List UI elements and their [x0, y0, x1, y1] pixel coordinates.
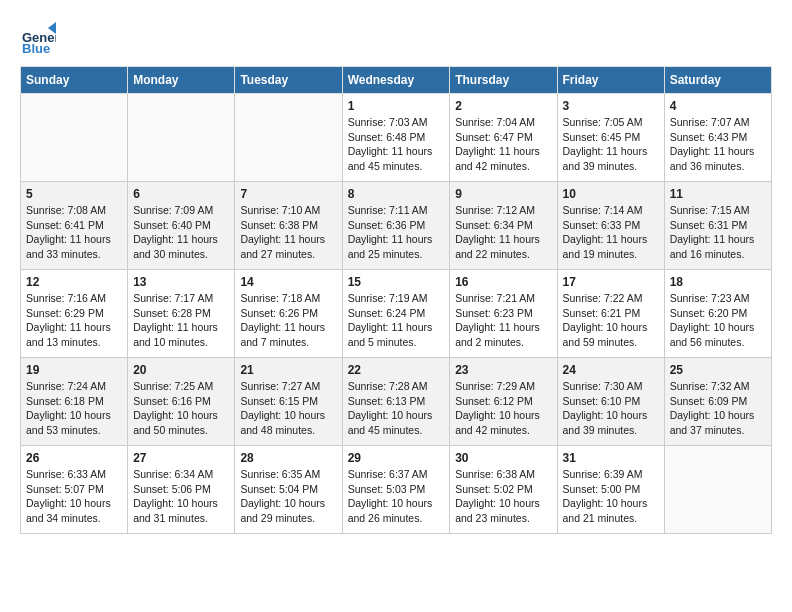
day-info: Sunrise: 7:05 AM Sunset: 6:45 PM Dayligh… — [563, 115, 659, 174]
day-info: Sunrise: 7:24 AM Sunset: 6:18 PM Dayligh… — [26, 379, 122, 438]
day-info: Sunrise: 6:38 AM Sunset: 5:02 PM Dayligh… — [455, 467, 551, 526]
calendar-week-5: 26Sunrise: 6:33 AM Sunset: 5:07 PM Dayli… — [21, 446, 772, 534]
day-number: 6 — [133, 187, 229, 201]
calendar-cell: 21Sunrise: 7:27 AM Sunset: 6:15 PM Dayli… — [235, 358, 342, 446]
calendar-cell: 18Sunrise: 7:23 AM Sunset: 6:20 PM Dayli… — [664, 270, 771, 358]
day-info: Sunrise: 6:33 AM Sunset: 5:07 PM Dayligh… — [26, 467, 122, 526]
day-info: Sunrise: 7:10 AM Sunset: 6:38 PM Dayligh… — [240, 203, 336, 262]
calendar-cell: 15Sunrise: 7:19 AM Sunset: 6:24 PM Dayli… — [342, 270, 450, 358]
calendar-week-2: 5Sunrise: 7:08 AM Sunset: 6:41 PM Daylig… — [21, 182, 772, 270]
day-info: Sunrise: 7:11 AM Sunset: 6:36 PM Dayligh… — [348, 203, 445, 262]
day-info: Sunrise: 7:07 AM Sunset: 6:43 PM Dayligh… — [670, 115, 766, 174]
day-info: Sunrise: 7:23 AM Sunset: 6:20 PM Dayligh… — [670, 291, 766, 350]
calendar-cell — [21, 94, 128, 182]
calendar-cell: 16Sunrise: 7:21 AM Sunset: 6:23 PM Dayli… — [450, 270, 557, 358]
day-number: 8 — [348, 187, 445, 201]
calendar-cell: 3Sunrise: 7:05 AM Sunset: 6:45 PM Daylig… — [557, 94, 664, 182]
day-number: 1 — [348, 99, 445, 113]
day-number: 25 — [670, 363, 766, 377]
day-number: 16 — [455, 275, 551, 289]
day-info: Sunrise: 7:25 AM Sunset: 6:16 PM Dayligh… — [133, 379, 229, 438]
day-info: Sunrise: 7:03 AM Sunset: 6:48 PM Dayligh… — [348, 115, 445, 174]
weekday-header-friday: Friday — [557, 67, 664, 94]
calendar-week-1: 1Sunrise: 7:03 AM Sunset: 6:48 PM Daylig… — [21, 94, 772, 182]
calendar-cell: 23Sunrise: 7:29 AM Sunset: 6:12 PM Dayli… — [450, 358, 557, 446]
calendar-cell: 26Sunrise: 6:33 AM Sunset: 5:07 PM Dayli… — [21, 446, 128, 534]
day-info: Sunrise: 6:34 AM Sunset: 5:06 PM Dayligh… — [133, 467, 229, 526]
day-info: Sunrise: 7:08 AM Sunset: 6:41 PM Dayligh… — [26, 203, 122, 262]
calendar-cell: 14Sunrise: 7:18 AM Sunset: 6:26 PM Dayli… — [235, 270, 342, 358]
day-info: Sunrise: 7:22 AM Sunset: 6:21 PM Dayligh… — [563, 291, 659, 350]
day-info: Sunrise: 7:32 AM Sunset: 6:09 PM Dayligh… — [670, 379, 766, 438]
day-info: Sunrise: 7:09 AM Sunset: 6:40 PM Dayligh… — [133, 203, 229, 262]
day-info: Sunrise: 7:14 AM Sunset: 6:33 PM Dayligh… — [563, 203, 659, 262]
day-number: 27 — [133, 451, 229, 465]
day-number: 4 — [670, 99, 766, 113]
day-info: Sunrise: 6:37 AM Sunset: 5:03 PM Dayligh… — [348, 467, 445, 526]
day-info: Sunrise: 7:16 AM Sunset: 6:29 PM Dayligh… — [26, 291, 122, 350]
day-info: Sunrise: 7:19 AM Sunset: 6:24 PM Dayligh… — [348, 291, 445, 350]
day-info: Sunrise: 7:30 AM Sunset: 6:10 PM Dayligh… — [563, 379, 659, 438]
weekday-header-row: SundayMondayTuesdayWednesdayThursdayFrid… — [21, 67, 772, 94]
day-number: 30 — [455, 451, 551, 465]
weekday-header-monday: Monday — [128, 67, 235, 94]
calendar-cell — [664, 446, 771, 534]
calendar-cell: 7Sunrise: 7:10 AM Sunset: 6:38 PM Daylig… — [235, 182, 342, 270]
day-number: 24 — [563, 363, 659, 377]
day-number: 10 — [563, 187, 659, 201]
calendar-body: 1Sunrise: 7:03 AM Sunset: 6:48 PM Daylig… — [21, 94, 772, 534]
day-number: 31 — [563, 451, 659, 465]
day-number: 28 — [240, 451, 336, 465]
day-number: 2 — [455, 99, 551, 113]
calendar-cell: 2Sunrise: 7:04 AM Sunset: 6:47 PM Daylig… — [450, 94, 557, 182]
calendar-cell: 29Sunrise: 6:37 AM Sunset: 5:03 PM Dayli… — [342, 446, 450, 534]
day-number: 22 — [348, 363, 445, 377]
calendar-cell: 11Sunrise: 7:15 AM Sunset: 6:31 PM Dayli… — [664, 182, 771, 270]
weekday-header-wednesday: Wednesday — [342, 67, 450, 94]
day-info: Sunrise: 7:04 AM Sunset: 6:47 PM Dayligh… — [455, 115, 551, 174]
calendar-cell: 5Sunrise: 7:08 AM Sunset: 6:41 PM Daylig… — [21, 182, 128, 270]
day-number: 12 — [26, 275, 122, 289]
page-header: General Blue — [20, 20, 772, 56]
day-number: 26 — [26, 451, 122, 465]
day-number: 9 — [455, 187, 551, 201]
calendar-cell: 22Sunrise: 7:28 AM Sunset: 6:13 PM Dayli… — [342, 358, 450, 446]
calendar-cell: 24Sunrise: 7:30 AM Sunset: 6:10 PM Dayli… — [557, 358, 664, 446]
day-number: 23 — [455, 363, 551, 377]
weekday-header-saturday: Saturday — [664, 67, 771, 94]
calendar-cell: 28Sunrise: 6:35 AM Sunset: 5:04 PM Dayli… — [235, 446, 342, 534]
weekday-header-sunday: Sunday — [21, 67, 128, 94]
day-info: Sunrise: 7:17 AM Sunset: 6:28 PM Dayligh… — [133, 291, 229, 350]
calendar-cell: 19Sunrise: 7:24 AM Sunset: 6:18 PM Dayli… — [21, 358, 128, 446]
calendar-cell: 13Sunrise: 7:17 AM Sunset: 6:28 PM Dayli… — [128, 270, 235, 358]
calendar-cell: 6Sunrise: 7:09 AM Sunset: 6:40 PM Daylig… — [128, 182, 235, 270]
calendar-table: SundayMondayTuesdayWednesdayThursdayFrid… — [20, 66, 772, 534]
calendar-cell: 4Sunrise: 7:07 AM Sunset: 6:43 PM Daylig… — [664, 94, 771, 182]
calendar-cell — [235, 94, 342, 182]
calendar-week-4: 19Sunrise: 7:24 AM Sunset: 6:18 PM Dayli… — [21, 358, 772, 446]
calendar-cell — [128, 94, 235, 182]
calendar-cell: 30Sunrise: 6:38 AM Sunset: 5:02 PM Dayli… — [450, 446, 557, 534]
calendar-cell: 20Sunrise: 7:25 AM Sunset: 6:16 PM Dayli… — [128, 358, 235, 446]
weekday-header-tuesday: Tuesday — [235, 67, 342, 94]
day-number: 14 — [240, 275, 336, 289]
day-number: 5 — [26, 187, 122, 201]
day-info: Sunrise: 7:18 AM Sunset: 6:26 PM Dayligh… — [240, 291, 336, 350]
calendar-cell: 9Sunrise: 7:12 AM Sunset: 6:34 PM Daylig… — [450, 182, 557, 270]
day-info: Sunrise: 7:21 AM Sunset: 6:23 PM Dayligh… — [455, 291, 551, 350]
calendar-cell: 10Sunrise: 7:14 AM Sunset: 6:33 PM Dayli… — [557, 182, 664, 270]
weekday-header-thursday: Thursday — [450, 67, 557, 94]
day-number: 17 — [563, 275, 659, 289]
day-number: 21 — [240, 363, 336, 377]
calendar-cell: 27Sunrise: 6:34 AM Sunset: 5:06 PM Dayli… — [128, 446, 235, 534]
calendar-cell: 31Sunrise: 6:39 AM Sunset: 5:00 PM Dayli… — [557, 446, 664, 534]
calendar-cell: 8Sunrise: 7:11 AM Sunset: 6:36 PM Daylig… — [342, 182, 450, 270]
calendar-cell: 17Sunrise: 7:22 AM Sunset: 6:21 PM Dayli… — [557, 270, 664, 358]
day-info: Sunrise: 7:28 AM Sunset: 6:13 PM Dayligh… — [348, 379, 445, 438]
day-number: 18 — [670, 275, 766, 289]
day-info: Sunrise: 7:12 AM Sunset: 6:34 PM Dayligh… — [455, 203, 551, 262]
day-number: 29 — [348, 451, 445, 465]
logo-icon: General Blue — [20, 20, 56, 56]
day-info: Sunrise: 7:27 AM Sunset: 6:15 PM Dayligh… — [240, 379, 336, 438]
day-info: Sunrise: 6:35 AM Sunset: 5:04 PM Dayligh… — [240, 467, 336, 526]
